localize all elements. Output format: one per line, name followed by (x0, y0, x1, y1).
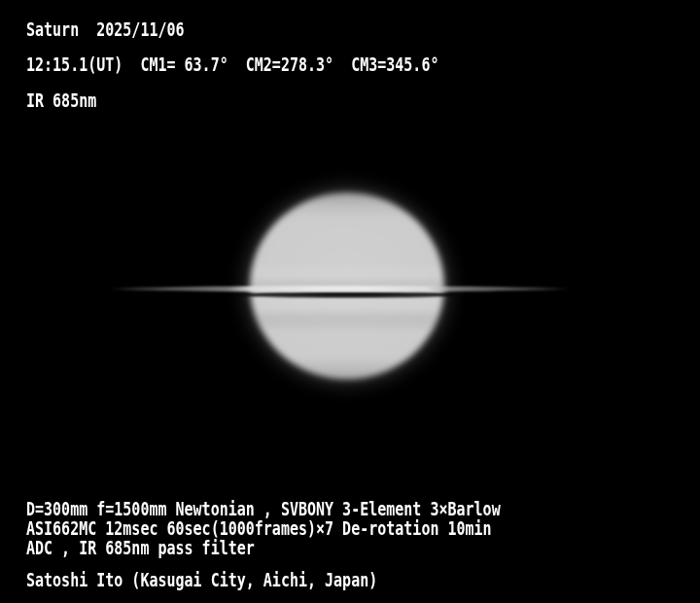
equipment-line-filter: ADC , IR 685nm pass filter (26, 535, 255, 560)
credit-text: Satoshi Ito (Kasugai City, Aichi, Japan) (26, 567, 377, 592)
saturn-rings-edge-on (107, 286, 572, 292)
saturn-globe-wrap (246, 188, 448, 382)
saturn-annotation-image: Saturn 2025/11/06 12:15.1(UT) CM1= 63.7°… (0, 0, 700, 603)
saturn-ring-shadow-lane (226, 292, 474, 298)
